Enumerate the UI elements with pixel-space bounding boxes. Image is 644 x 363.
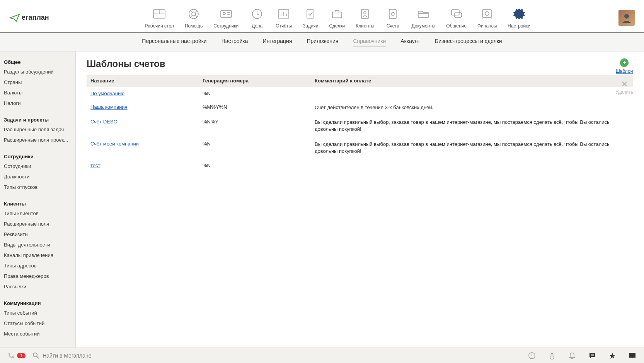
- table-row: Счёт моей компании%NВы сделали правильны…: [87, 137, 633, 159]
- search-input[interactable]: [43, 353, 158, 359]
- clipboard-check-icon: [303, 7, 318, 21]
- svg-rect-24: [389, 9, 396, 19]
- subnav-account[interactable]: Аккаунт: [400, 38, 420, 46]
- nav-chat[interactable]: Общение: [446, 7, 467, 29]
- nav-documents[interactable]: Документы: [411, 7, 435, 29]
- sidebar-item[interactable]: Места событий: [0, 329, 75, 339]
- col-header-name: Название: [90, 78, 203, 84]
- svg-point-35: [33, 353, 37, 357]
- star-icon[interactable]: [608, 352, 616, 360]
- comment-cell: Вы сделали правильный выбор, заказав тов…: [315, 141, 629, 155]
- sidebar-item[interactable]: Налоги: [0, 98, 75, 108]
- gen-cell: %M%Y%N: [203, 104, 315, 110]
- nav-affairs[interactable]: Дела: [249, 7, 265, 29]
- svg-point-25: [391, 12, 394, 15]
- sidebar-item[interactable]: Валюты: [0, 87, 75, 98]
- sidebar-item[interactable]: Сотрудники: [0, 161, 75, 171]
- svg-line-36: [37, 356, 39, 358]
- page-title: Шаблоны счетов: [87, 58, 633, 69]
- nav-desktop[interactable]: Рабочий стол: [145, 7, 174, 29]
- subnav-integration[interactable]: Интеграция: [263, 38, 292, 46]
- sidebar-item[interactable]: Статусы событий: [0, 318, 75, 329]
- sidebar-item[interactable]: Расширенные поля: [0, 219, 75, 229]
- subnav-business[interactable]: Бизнес-процессы и сделки: [435, 38, 502, 46]
- sidebar-item[interactable]: Реквизиты: [0, 229, 75, 240]
- nav-settings[interactable]: Настройки: [508, 7, 530, 29]
- chart-icon: [276, 7, 291, 21]
- template-link[interactable]: Счёт моей компании: [90, 141, 139, 147]
- sidebar-item[interactable]: Рассылки: [0, 281, 75, 292]
- subnav-personal[interactable]: Персональные настройки: [142, 38, 206, 46]
- svg-point-34: [624, 14, 629, 19]
- delete-button[interactable]: ✕ Удалить: [615, 79, 633, 95]
- table-row: Наша компания%M%Y%NСчет действителен в т…: [87, 100, 633, 115]
- address-book-icon: [357, 7, 373, 21]
- svg-line-8: [195, 15, 197, 17]
- table-header: Название Генерация номера Комментарий к …: [87, 75, 633, 87]
- plus-icon: +: [620, 58, 629, 67]
- sidebar-item[interactable]: Права менеджеров: [0, 271, 75, 281]
- phone-icon: [8, 352, 15, 359]
- nav-employees[interactable]: Сотрудники: [213, 7, 239, 29]
- svg-line-5: [190, 10, 192, 12]
- book-icon[interactable]: [629, 352, 636, 360]
- avatar[interactable]: [618, 10, 635, 26]
- sidebar-heading: Задачи и проекты: [0, 115, 75, 124]
- sidebar-item[interactable]: Расширенные поля проек...: [0, 135, 75, 145]
- template-link[interactable]: Счёт DESC: [90, 119, 117, 125]
- svg-line-15: [257, 14, 259, 15]
- template-link[interactable]: Наша компания: [90, 104, 128, 110]
- nav-finance[interactable]: Финансы: [477, 7, 497, 29]
- search-icon: [32, 352, 39, 359]
- sidebar-heading: Клиенты: [0, 199, 75, 208]
- sidebar-item[interactable]: Расширенные поля задач: [0, 124, 75, 135]
- svg-rect-21: [332, 12, 342, 18]
- lifebuoy-icon: [186, 7, 201, 21]
- search-bar[interactable]: [32, 352, 521, 359]
- nav-invoices[interactable]: Счета: [385, 7, 400, 29]
- col-header-gen: Генерация номера: [203, 78, 315, 84]
- sidebar-item[interactable]: Должности: [0, 171, 75, 182]
- template-link[interactable]: По умолчанию: [90, 91, 124, 96]
- nav-reports[interactable]: Отчёты: [276, 7, 292, 29]
- sidebar-item[interactable]: Разделы обсуждений: [0, 67, 75, 77]
- bottom-bar: 1: [0, 348, 644, 363]
- top-nav: егаплан Рабочий стол Помощь Сотрудники Д…: [0, 0, 644, 33]
- nav-help[interactable]: Помощь: [185, 7, 203, 29]
- col-header-comment: Комментарий к оплате: [315, 78, 629, 84]
- nav-clients[interactable]: Клиенты: [356, 7, 374, 29]
- nav-tasks[interactable]: Задачи: [303, 7, 318, 29]
- sidebar-item[interactable]: Страны: [0, 77, 75, 87]
- nav-deals[interactable]: Сделки: [329, 7, 345, 29]
- svg-rect-27: [451, 10, 459, 15]
- svg-point-10: [223, 12, 225, 15]
- gen-cell: %N: [203, 163, 315, 168]
- message-icon[interactable]: [588, 352, 596, 360]
- sidebar-item[interactable]: Виды деятельности: [0, 240, 75, 250]
- sidebar-item[interactable]: Типы событий: [0, 308, 75, 318]
- sidebar: ОбщееРазделы обсужденийСтраныВалютыНалог…: [0, 51, 76, 348]
- logo[interactable]: егаплан: [9, 14, 49, 22]
- phone-button[interactable]: 1: [8, 352, 26, 359]
- sidebar-item[interactable]: Типы отпусков: [0, 182, 75, 192]
- subnav-apps[interactable]: Приложения: [307, 38, 339, 46]
- sidebar-item[interactable]: Каналы привлечения: [0, 250, 75, 260]
- gen-cell: %N: [203, 141, 315, 147]
- svg-rect-29: [482, 10, 492, 17]
- gear-icon: [511, 7, 527, 21]
- add-template-button[interactable]: + Шаблон: [616, 58, 633, 74]
- svg-point-23: [364, 12, 366, 14]
- sidebar-heading: Сотрудники: [0, 152, 75, 161]
- template-link[interactable]: тест: [90, 163, 101, 168]
- subnav-setup[interactable]: Настройка: [221, 38, 248, 46]
- alert-icon[interactable]: [528, 352, 536, 360]
- folder-icon: [416, 7, 431, 21]
- sidebar-item[interactable]: Типы клиентов: [0, 208, 75, 219]
- comment-cell: Вы сделали правильный выбор, заказав тов…: [315, 119, 629, 133]
- templates-table: Название Генерация номера Комментарий к …: [87, 75, 633, 172]
- subnav-directories[interactable]: Справочники: [353, 38, 386, 46]
- bell-icon[interactable]: [568, 352, 576, 360]
- fire-icon[interactable]: [548, 352, 556, 360]
- id-card-icon: [218, 7, 234, 21]
- sidebar-item[interactable]: Типы адресов: [0, 260, 75, 271]
